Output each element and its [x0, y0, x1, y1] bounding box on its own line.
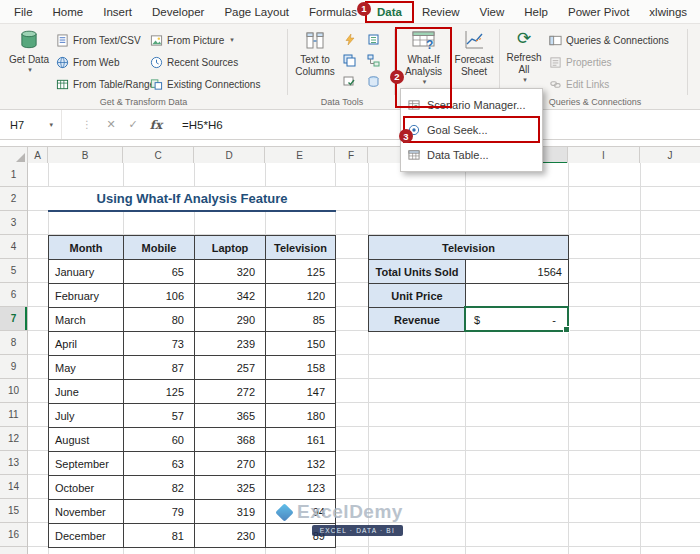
cell-mobile[interactable]: 63 [124, 452, 195, 476]
tab-xlwings[interactable]: xlwings [639, 0, 697, 24]
cell-month[interactable]: August [49, 428, 124, 452]
cancel-icon[interactable]: ✕ [100, 118, 122, 131]
formula-input[interactable]: =H5*H6 [182, 119, 223, 131]
forecast-sheet-button[interactable]: Forecast Sheet [452, 28, 496, 94]
cell-laptop[interactable]: 342 [195, 284, 266, 308]
cell-month[interactable]: April [49, 332, 124, 356]
cell-laptop[interactable]: 319 [195, 500, 266, 524]
summary-label-total-units[interactable]: Total Units Sold [369, 260, 466, 284]
row-header-16[interactable]: 16 [0, 523, 27, 547]
what-if-analysis-button[interactable]: ? What-If Analysis ▾ 2 [398, 28, 449, 94]
column-header-i[interactable]: I [568, 147, 640, 164]
summary-header[interactable]: Television [369, 236, 569, 260]
recent-sources-button[interactable]: Recent Sources [150, 52, 238, 72]
data-validation-icon[interactable] [340, 73, 358, 90]
cell-laptop[interactable]: 270 [195, 452, 266, 476]
column-header-e[interactable]: E [265, 147, 335, 164]
cell-mobile[interactable]: 82 [124, 476, 195, 500]
cell-mobile[interactable]: 57 [124, 404, 195, 428]
cell-month[interactable]: December [49, 524, 124, 548]
text-to-columns-button[interactable]: Text to Columns [292, 28, 338, 94]
cell-television[interactable]: 123 [266, 476, 336, 500]
column-header-d[interactable]: D [194, 147, 265, 164]
summary-label-unit-price[interactable]: Unit Price [369, 284, 466, 308]
cell-month[interactable]: May [49, 356, 124, 380]
column-header-b[interactable]: B [48, 147, 123, 164]
column-header-j[interactable]: J [640, 147, 700, 164]
row-header-4[interactable]: 4 [0, 235, 27, 259]
existing-connections-button[interactable]: Existing Connections [150, 74, 260, 94]
cell-month[interactable]: January [49, 260, 124, 284]
cell-month[interactable]: February [49, 284, 124, 308]
tab-insert[interactable]: Insert [93, 0, 142, 24]
name-box[interactable]: H7 ▾ [0, 110, 62, 139]
cell-mobile[interactable]: 87 [124, 356, 195, 380]
cell-television[interactable]: 150 [266, 332, 336, 356]
cell-television[interactable]: 147 [266, 380, 336, 404]
cell-laptop[interactable]: 365 [195, 404, 266, 428]
from-table-range-button[interactable]: From Table/Range [56, 74, 155, 94]
summary-label-revenue[interactable]: Revenue [369, 308, 466, 332]
column-header-c[interactable]: C [123, 147, 194, 164]
sales-header-television[interactable]: Television [266, 236, 336, 260]
row-header-1[interactable]: 1 [0, 163, 27, 187]
remove-duplicates-icon[interactable] [340, 52, 358, 69]
cell-television[interactable]: 180 [266, 404, 336, 428]
relationships-icon[interactable] [364, 52, 382, 69]
row-header-3[interactable]: 3 [0, 211, 27, 235]
get-data-button[interactable]: Get Data ▾ [6, 28, 52, 94]
edit-links-button[interactable]: Edit Links [549, 74, 609, 94]
row-header-7[interactable]: 7 [0, 307, 27, 331]
cell-month[interactable]: July [49, 404, 124, 428]
cell-laptop[interactable]: 320 [195, 260, 266, 284]
cell-month[interactable]: September [49, 452, 124, 476]
cell-laptop[interactable]: 325 [195, 476, 266, 500]
menu-item-data-table[interactable]: Data Table... [401, 142, 542, 167]
tab-home[interactable]: Home [43, 0, 94, 24]
sales-header-mobile[interactable]: Mobile [124, 236, 195, 260]
row-header-10[interactable]: 10 [0, 379, 27, 403]
tab-review[interactable]: Review [412, 0, 470, 24]
tab-data[interactable]: Data 1 [367, 0, 412, 24]
tab-power-pivot[interactable]: Power Pivot [558, 0, 639, 24]
consolidate-icon[interactable] [364, 31, 382, 48]
sales-header-month[interactable]: Month [49, 236, 124, 260]
column-header-a[interactable]: A [28, 147, 48, 164]
insert-function-button[interactable]: fx [144, 118, 168, 132]
cell-month[interactable]: March [49, 308, 124, 332]
tab-file[interactable]: File [4, 0, 43, 24]
sales-header-laptop[interactable]: Laptop [195, 236, 266, 260]
cell-laptop[interactable]: 257 [195, 356, 266, 380]
cell-mobile[interactable]: 125 [124, 380, 195, 404]
cell-television[interactable]: 120 [266, 284, 336, 308]
row-header-2[interactable]: 2 [0, 187, 27, 211]
cell-laptop[interactable]: 230 [195, 524, 266, 548]
row-header-12[interactable]: 12 [0, 427, 27, 451]
tab-help[interactable]: Help [514, 0, 558, 24]
tab-view[interactable]: View [470, 0, 515, 24]
cell-month[interactable]: November [49, 500, 124, 524]
cell-mobile[interactable]: 65 [124, 260, 195, 284]
column-header-f[interactable]: F [335, 147, 368, 164]
cell-month[interactable]: October [49, 476, 124, 500]
cell-laptop[interactable]: 290 [195, 308, 266, 332]
cell-television[interactable]: 125 [266, 260, 336, 284]
data-model-icon[interactable] [364, 73, 382, 90]
from-web-button[interactable]: From Web [56, 52, 120, 72]
cell-television[interactable]: 132 [266, 452, 336, 476]
menu-item-scenario-manager[interactable]: Scenario Manager... [401, 92, 542, 117]
from-picture-button[interactable]: From Picture ▾ [150, 30, 234, 50]
cell-television[interactable]: 161 [266, 428, 336, 452]
flash-fill-icon[interactable] [340, 31, 358, 48]
from-text-csv-button[interactable]: From Text/CSV [56, 30, 141, 50]
row-header-9[interactable]: 9 [0, 355, 27, 379]
menu-item-goal-seek[interactable]: Goal Seek... 3 [401, 117, 542, 142]
cell-laptop[interactable]: 368 [195, 428, 266, 452]
row-header-5[interactable]: 5 [0, 259, 27, 283]
queries-connections-button[interactable]: Queries & Connections [549, 30, 669, 50]
row-header-11[interactable]: 11 [0, 403, 27, 427]
row-header-13[interactable]: 13 [0, 451, 27, 475]
cell-mobile[interactable]: 73 [124, 332, 195, 356]
properties-button[interactable]: Properties [549, 52, 612, 72]
cell-television[interactable]: 85 [266, 308, 336, 332]
